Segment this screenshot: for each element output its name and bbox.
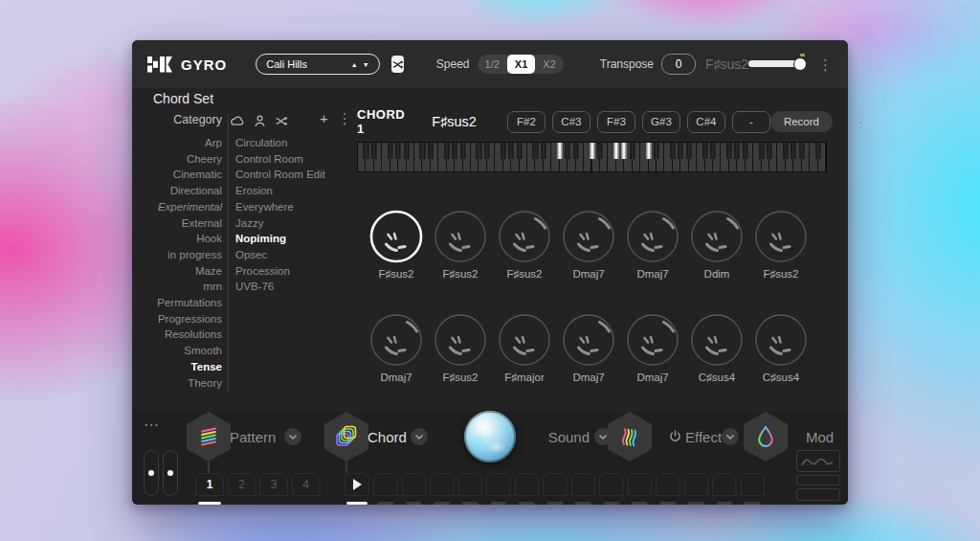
speed-option-12[interactable]: 1/2 <box>478 55 507 74</box>
piano-key-black[interactable] <box>613 143 618 159</box>
step-slot[interactable] <box>599 473 624 505</box>
step-slot[interactable] <box>515 473 540 505</box>
piano-key-black[interactable] <box>533 143 538 159</box>
category-item[interactable]: Arp <box>132 135 222 151</box>
note-button[interactable]: F#3 <box>597 111 635 133</box>
sound-module-button[interactable] <box>608 412 652 462</box>
piano-keyboard[interactable] <box>357 142 827 172</box>
piano-key-black[interactable] <box>371 143 376 159</box>
power-icon[interactable] <box>669 430 681 442</box>
piano-key-black[interactable] <box>388 143 392 159</box>
piano-key-black[interactable] <box>679 143 683 159</box>
piano-key-black[interactable] <box>501 143 505 159</box>
transpose-value[interactable]: 0 <box>661 54 696 75</box>
note-button[interactable]: F#2 <box>507 111 546 133</box>
category-item[interactable]: mrn <box>132 279 222 295</box>
piano-key-black[interactable] <box>420 143 425 159</box>
preset-item[interactable]: Erosion <box>235 183 379 199</box>
piano-key-black[interactable] <box>799 143 804 159</box>
volume-knob[interactable] <box>793 57 807 71</box>
macro-slider-1[interactable] <box>144 450 159 496</box>
step-slot[interactable] <box>741 473 766 505</box>
piano-key-black[interactable] <box>630 143 635 159</box>
piano-key-black[interactable] <box>404 143 409 159</box>
titlebar-menu-icon[interactable]: ⋮ <box>818 57 833 72</box>
piano-key-black[interactable] <box>590 143 594 159</box>
piano-key-black[interactable] <box>686 143 691 159</box>
piano-key-black[interactable] <box>815 143 820 159</box>
step-slot[interactable] <box>458 473 483 505</box>
preset-selector[interactable]: Cali Hills ▲ ▼ <box>256 54 379 75</box>
category-item[interactable]: Resolutions <box>132 327 222 343</box>
pattern-tab-4[interactable]: 4 <box>292 473 321 505</box>
category-item[interactable]: Theory <box>132 375 222 392</box>
chord-pad[interactable]: Ddim <box>687 209 746 280</box>
piano-key-black[interactable] <box>444 143 449 159</box>
chord-pad[interactable]: F♯major <box>495 312 554 383</box>
overflow-dots-icon[interactable]: ⋯ <box>144 416 160 434</box>
preset-down-icon[interactable]: ▼ <box>363 61 369 68</box>
mod-lfo-slot[interactable] <box>796 450 840 472</box>
chord-pad[interactable]: C♯sus4 <box>687 312 746 383</box>
preset-item[interactable]: Nopiming <box>235 231 379 247</box>
piano-key-black[interactable] <box>726 143 731 159</box>
piano-key-black[interactable] <box>646 143 651 159</box>
volume-slider[interactable] <box>748 57 805 71</box>
chord-module-button[interactable] <box>324 412 368 462</box>
step-slot[interactable] <box>628 473 653 505</box>
preset-item[interactable]: Jazzy <box>235 215 379 232</box>
category-item[interactable]: Experimental <box>132 199 222 215</box>
chord-pad[interactable]: Dmaj7 <box>623 209 682 280</box>
step-slot[interactable] <box>684 473 709 505</box>
note-button[interactable]: C#4 <box>687 111 725 133</box>
piano-key-black[interactable] <box>791 143 796 159</box>
step-slot[interactable] <box>712 473 737 505</box>
chord-pad[interactable]: Dmaj7 <box>623 312 682 383</box>
step-slot[interactable] <box>430 473 455 505</box>
speed-option-x1[interactable]: X1 <box>507 55 535 74</box>
category-item[interactable]: Progressions <box>132 311 222 327</box>
effect-dropdown[interactable] <box>722 428 739 445</box>
preset-item[interactable]: Everywhere <box>235 199 379 215</box>
category-item[interactable]: Tense <box>132 359 222 375</box>
piano-key-black[interactable] <box>743 143 747 159</box>
piano-key-black[interactable] <box>484 143 489 159</box>
speed-option-x2[interactable]: X2 <box>535 55 563 74</box>
piano-key-black[interactable] <box>460 143 465 159</box>
add-set-button[interactable]: + <box>320 111 328 125</box>
step-slot[interactable] <box>402 473 427 505</box>
piano-key-black[interactable] <box>783 143 788 159</box>
chord-dropdown[interactable] <box>411 428 428 445</box>
macro-slider-2[interactable] <box>163 450 178 496</box>
piano-key-black[interactable] <box>509 143 514 159</box>
user-icon[interactable] <box>253 114 267 128</box>
effect-module-button[interactable] <box>744 412 788 462</box>
randomize-button[interactable] <box>391 56 404 73</box>
chord-pad[interactable]: F♯sus2 <box>751 209 811 280</box>
category-item[interactable]: Directional <box>132 183 222 199</box>
category-item[interactable]: Permutations <box>132 295 222 311</box>
step-slot[interactable] <box>656 473 680 505</box>
category-item[interactable]: Cinematic <box>132 167 222 183</box>
chord-pad[interactable]: F♯sus2 <box>495 209 554 280</box>
piano-key-black[interactable] <box>710 143 715 159</box>
piano-key-black[interactable] <box>428 143 433 159</box>
pattern-tab-2[interactable]: 2 <box>228 473 256 505</box>
note-button[interactable]: C#3 <box>552 111 590 133</box>
cloud-icon[interactable] <box>230 114 245 128</box>
piano-key-black[interactable] <box>759 143 764 159</box>
piano-key-black[interactable] <box>735 143 740 159</box>
pattern-dropdown[interactable] <box>284 428 301 445</box>
piano-key-black[interactable] <box>573 143 578 159</box>
mod-slot-2[interactable] <box>796 475 840 485</box>
piano-key-black[interactable] <box>557 143 562 159</box>
preset-item[interactable]: Procession <box>235 263 379 280</box>
piano-key-black[interactable] <box>541 143 546 159</box>
preset-item[interactable]: UVB-76 <box>235 279 379 295</box>
chord-menu-icon[interactable]: ⋮ <box>854 115 868 129</box>
chord-pad[interactable]: F♯sus2 <box>431 209 490 280</box>
step-slot[interactable] <box>543 473 568 505</box>
piano-key-black[interactable] <box>566 143 570 159</box>
shuffle-icon[interactable] <box>275 115 289 127</box>
category-item[interactable]: External <box>132 215 222 232</box>
